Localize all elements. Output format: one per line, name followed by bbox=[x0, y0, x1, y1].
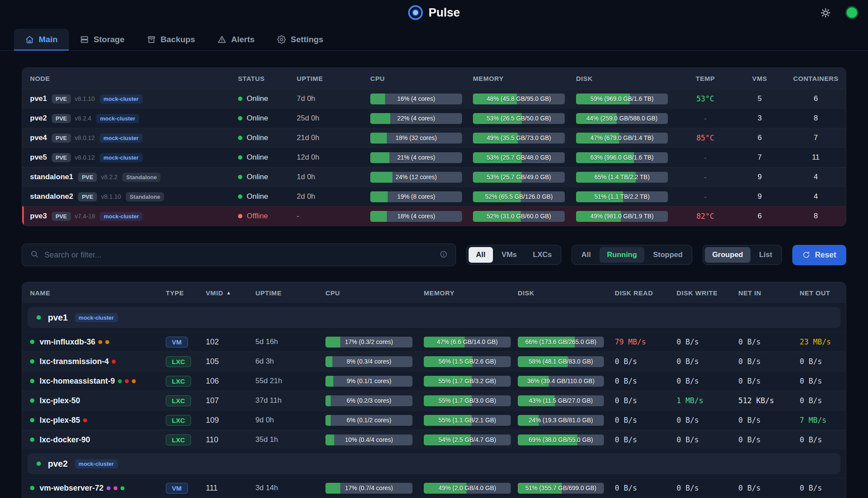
node-name: pve4 bbox=[30, 134, 47, 142]
node-name: pve2 bbox=[30, 114, 47, 123]
guests-col-memory[interactable]: MEMORY bbox=[424, 289, 518, 297]
guest-row-vm-webserver-72[interactable]: vm-webserver-72 VM 111 3d 14h 17% (0.7/4… bbox=[22, 478, 846, 498]
view-toggle-list[interactable]: List bbox=[752, 247, 780, 263]
guest-row-lxc-homeassistant-9[interactable]: lxc-homeassistant-9 LXC 106 55d 21h 9% (… bbox=[22, 371, 846, 391]
guests-col-disk[interactable]: DISK bbox=[518, 289, 615, 297]
tab-storage[interactable]: Storage bbox=[69, 29, 136, 50]
status-filter-all[interactable]: All bbox=[574, 247, 598, 263]
cluster-badge: mock-cluster bbox=[75, 459, 118, 468]
node-row-standalone1[interactable]: standalone1 PVE v8.2.2 Standalone Online… bbox=[22, 167, 846, 187]
guest-disk-write: 1 MB/s bbox=[677, 396, 738, 405]
tab-main[interactable]: Main bbox=[14, 29, 69, 50]
guest-row-lxc-docker-90[interactable]: lxc-docker-90 LXC 110 35d 1h 10% (0.4/4 … bbox=[22, 430, 846, 449]
type-filter-lxcs[interactable]: LXCs bbox=[526, 247, 559, 263]
usage-bar-label: 43% (11.5 GB/27.0 GB) bbox=[518, 395, 604, 406]
search-box[interactable] bbox=[22, 244, 456, 266]
node-cpu: 18% (32 cores) bbox=[370, 133, 473, 144]
rate-value: 0 B/s bbox=[677, 377, 699, 385]
guests-col-name[interactable]: NAME bbox=[30, 289, 166, 297]
guest-row-lxc-plex-50[interactable]: lxc-plex-50 LXC 107 37d 11h 6% (0.2/3 co… bbox=[22, 391, 846, 410]
usage-bar-label: 53% (25.7 GB/48.0 GB) bbox=[473, 152, 565, 163]
usage-bar: 53% (25.7 GB/48.0 GB) bbox=[473, 152, 565, 163]
rate-value: 7 MB/s bbox=[800, 416, 826, 424]
node-row-pve4[interactable]: pve4 PVE v8.0.12 mock-cluster Online 21d… bbox=[22, 128, 846, 147]
cluster-badge: mock-cluster bbox=[96, 114, 139, 123]
type-filter-all[interactable]: All bbox=[469, 247, 493, 263]
node-row-pve2[interactable]: pve2 PVE v8.2.4 mock-cluster Online 25d … bbox=[22, 108, 846, 128]
status-dot bbox=[30, 438, 34, 442]
guests-col-vmid[interactable]: VMID▲ bbox=[206, 289, 255, 297]
view-toggle-grouped[interactable]: Grouped bbox=[705, 247, 751, 263]
guest-uptime: 6d 3h bbox=[255, 357, 325, 366]
group-header-pve1[interactable]: pve1 mock-cluster bbox=[27, 307, 841, 328]
nodes-col-containers[interactable]: CONTAINERS bbox=[786, 75, 846, 82]
guest-row-lxc-plex-85[interactable]: lxc-plex-85 LXC 109 9d 0h 6% (0.1/2 core… bbox=[22, 410, 846, 430]
node-row-pve3[interactable]: pve3 PVE v7.4-18 mock-cluster Offline - … bbox=[22, 206, 846, 226]
nodes-col-status[interactable]: STATUS bbox=[238, 75, 297, 82]
usage-bar-label: 47% (679.0 GB/1.4 TB) bbox=[576, 133, 668, 144]
guests-col-cpu[interactable]: CPU bbox=[325, 289, 424, 297]
group-header-pve2[interactable]: pve2 mock-cluster bbox=[27, 453, 841, 474]
tab-backups[interactable]: Backups bbox=[136, 29, 206, 50]
node-disk: 63% (996.0 GB/1.6 TB) bbox=[576, 152, 677, 163]
usage-bar-label: 44% (259.0 GB/588.0 GB) bbox=[576, 113, 668, 124]
rate-value: 79 MB/s bbox=[615, 338, 646, 346]
guest-net-in: 0 B/s bbox=[738, 377, 800, 385]
guest-name: lxc-docker-90 bbox=[40, 435, 90, 445]
nodes-col-disk[interactable]: DISK bbox=[576, 75, 677, 82]
status-avatar[interactable] bbox=[845, 6, 858, 19]
usage-bar-label: 66% (173.6 GB/265.0 GB) bbox=[518, 337, 604, 348]
tab-alerts[interactable]: Alerts bbox=[206, 29, 266, 50]
usage-bar-label: 36% (39.4 GB/110.0 GB) bbox=[518, 376, 604, 387]
node-uptime: 1d 0h bbox=[297, 173, 370, 181]
guests-col-uptime[interactable]: UPTIME bbox=[255, 289, 325, 297]
info-icon[interactable] bbox=[439, 250, 448, 260]
filter-bar: AllVMsLXCs AllRunningStopped GroupedList… bbox=[22, 244, 846, 266]
pve-badge: PVE bbox=[78, 192, 97, 201]
cluster-badge: mock-cluster bbox=[100, 153, 143, 162]
guests-col-disk-write[interactable]: DISK WRITE bbox=[677, 289, 738, 297]
nodes-table: NODESTATUSUPTIMECPUMEMORYDISKTEMPVMSCONT… bbox=[22, 67, 846, 226]
node-name: pve5 bbox=[30, 153, 47, 162]
guest-row-vm-influxdb-36[interactable]: vm-influxdb-36 VM 102 5d 16h 17% (0.3/2 … bbox=[22, 332, 846, 351]
tab-settings[interactable]: Settings bbox=[266, 29, 335, 50]
usage-bar: 65% (1.4 TB/2.2 TB) bbox=[576, 172, 668, 183]
node-name: standalone1 bbox=[30, 173, 73, 181]
node-containers-count: 11 bbox=[786, 153, 846, 162]
node-row-pve1[interactable]: pve1 PVE v8.1.10 mock-cluster Online 7d … bbox=[22, 89, 846, 108]
node-row-pve5[interactable]: pve5 PVE v8.0.12 mock-cluster Online 12d… bbox=[22, 147, 846, 167]
nodes-col-memory[interactable]: MEMORY bbox=[473, 75, 576, 82]
guests-col-type[interactable]: TYPE bbox=[166, 289, 206, 297]
guests-col-net-in[interactable]: NET IN bbox=[738, 289, 800, 297]
nodes-col-node[interactable]: NODE bbox=[30, 75, 238, 82]
status-filter-running[interactable]: Running bbox=[600, 247, 644, 263]
guest-net-out: 0 B/s bbox=[800, 357, 846, 366]
usage-bar-label: 49% (981.0 GB/1.9 TB) bbox=[576, 211, 668, 222]
nodes-col-vms[interactable]: VMS bbox=[734, 75, 786, 82]
main-content: NODESTATUSUPTIMECPUMEMORYDISKTEMPVMSCONT… bbox=[0, 67, 868, 498]
guest-disk-write: 0 B/s bbox=[677, 435, 738, 444]
guest-row-lxc-transmission-4[interactable]: lxc-transmission-4 LXC 105 6d 3h 8% (0.3… bbox=[22, 351, 846, 371]
status-filter-stopped[interactable]: Stopped bbox=[646, 247, 690, 263]
guest-disk: 58% (48.1 GB/83.0 GB) bbox=[518, 356, 615, 367]
usage-bar-label: 56% (1.5 GB/2.6 GB) bbox=[424, 356, 511, 367]
rate-value: 0 B/s bbox=[738, 435, 761, 444]
usage-bar: 48% (45.8 GB/95.0 GB) bbox=[473, 94, 565, 104]
nodes-col-cpu[interactable]: CPU bbox=[370, 75, 473, 82]
reset-button[interactable]: Reset bbox=[792, 245, 846, 265]
search-input[interactable] bbox=[44, 251, 434, 260]
type-filter-vms[interactable]: VMs bbox=[494, 247, 524, 263]
nodes-col-uptime[interactable]: UPTIME bbox=[297, 75, 370, 82]
pve-badge: PVE bbox=[52, 114, 71, 123]
theme-toggle-sun-icon[interactable] bbox=[821, 8, 831, 18]
nodes-col-temp[interactable]: TEMP bbox=[677, 75, 734, 82]
type-filter-segmented: AllVMsLXCs bbox=[466, 245, 561, 265]
node-row-standalone2[interactable]: standalone2 PVE v8.1.10 Standalone Onlin… bbox=[22, 187, 846, 206]
rate-value: 0 B/s bbox=[800, 435, 822, 444]
node-vms-count: 5 bbox=[734, 94, 786, 103]
usage-bar-label: 53% (26.5 GB/50.0 GB) bbox=[473, 113, 565, 124]
guests-col-disk-read[interactable]: DISK READ bbox=[615, 289, 677, 297]
guests-col-net-out[interactable]: NET OUT bbox=[800, 289, 846, 297]
rate-value: 0 B/s bbox=[615, 357, 637, 366]
usage-bar-label: 18% (32 cores) bbox=[370, 133, 462, 144]
